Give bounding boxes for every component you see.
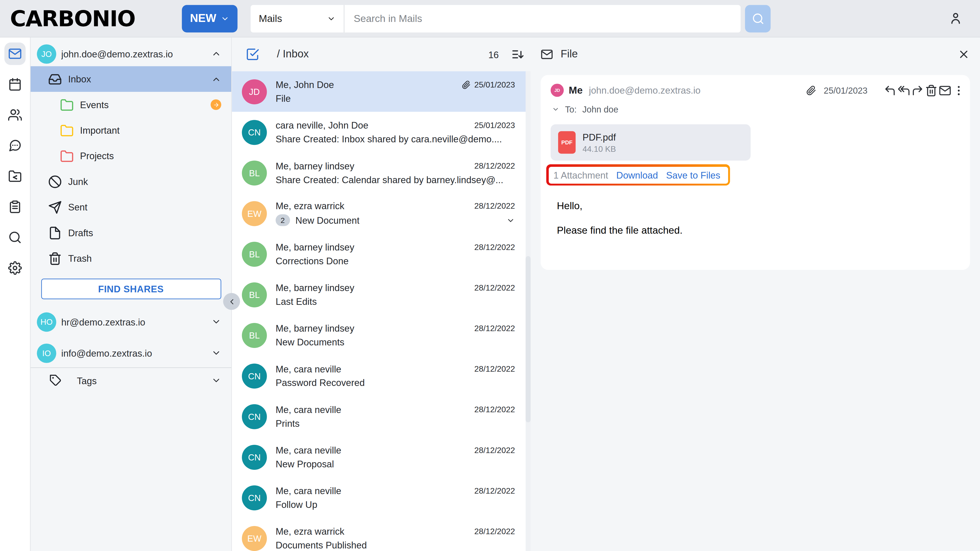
file-icon <box>48 226 62 240</box>
mail-subject: Prints <box>275 418 300 429</box>
main-area: JOjohn.doe@demo.zextras.io InboxEventsIm… <box>0 38 980 551</box>
folder-item-projects[interactable]: Projects <box>30 143 231 168</box>
slash-icon <box>48 175 62 188</box>
save-to-files-link[interactable]: Save to Files <box>666 168 720 182</box>
top-bar: CARBONIO NEW Mails <box>0 0 980 38</box>
search-button[interactable] <box>745 5 770 32</box>
mail-list-row[interactable]: CNMe, cara neville28/12/2022Follow Up <box>232 477 531 518</box>
folder-label: Important <box>80 125 119 136</box>
sort-order-button[interactable] <box>511 48 525 61</box>
mark-unread-icon[interactable] <box>939 84 951 97</box>
folder-item-sent[interactable]: Sent <box>30 194 231 220</box>
folder-item-important[interactable]: Important <box>30 118 231 143</box>
rail-item-files[interactable] <box>4 165 25 187</box>
mail-list-row[interactable]: CNMe, cara neville28/12/2022Password Rec… <box>232 355 531 396</box>
tag-icon <box>49 374 62 387</box>
avatar: EW <box>242 201 267 226</box>
chevron-down-icon <box>327 14 336 23</box>
more-options-icon[interactable] <box>953 84 965 97</box>
mail-list-row[interactable]: BLMe, barney lindsey28/12/2022Last Edits <box>232 274 531 315</box>
rail-item-settings[interactable] <box>4 257 25 279</box>
mail-list-row[interactable]: CNMe, cara neville28/12/2022New Proposal <box>232 437 531 477</box>
app-rail <box>0 38 30 551</box>
mail-subject-text: Share Created: Calendar shared by barney… <box>275 174 503 185</box>
mail-row-content: Me, ezra warrick28/12/2022Documents Publ… <box>275 526 515 551</box>
search-input[interactable] <box>344 5 741 32</box>
account-row[interactable]: IOinfo@demo.zextras.io <box>30 341 231 365</box>
select-all-checkbox[interactable] <box>245 48 259 61</box>
download-link[interactable]: Download <box>616 168 658 182</box>
mail-list-row[interactable]: EWMe, ezra warrick28/12/20222New Documen… <box>232 193 531 233</box>
mail-list-row[interactable]: BLMe, barney lindsey28/12/2022Share Crea… <box>232 152 531 193</box>
shared-folder-badge <box>210 99 221 110</box>
tags-section[interactable]: Tags <box>30 368 231 393</box>
mail-subject: 2New Document <box>275 214 360 226</box>
delete-icon[interactable] <box>925 84 937 97</box>
message-header: JD Me john.doe@demo.zextras.io 25/01/202… <box>551 84 965 97</box>
mail-sender: Me, cara neville <box>275 364 341 374</box>
mail-subject: Corrections Done <box>275 256 348 266</box>
forward-icon[interactable] <box>912 84 924 97</box>
mail-date: 28/12/2022 <box>474 364 515 374</box>
arrow-right-icon <box>213 102 219 108</box>
reply-all-icon[interactable] <box>897 84 910 97</box>
mail-list-row[interactable]: JDMe, John Doe25/01/2023File <box>232 71 531 112</box>
list-scrollbar[interactable] <box>526 71 531 551</box>
mail-row-content: Me, barney lindsey28/12/2022Last Edits <box>275 283 515 307</box>
folder-icon <box>60 124 74 137</box>
attachment-card[interactable]: PDF PDF.pdf 44.10 KB <box>551 124 751 160</box>
expand-conversation-icon[interactable] <box>506 216 515 224</box>
mail-date: 28/12/2022 <box>474 445 515 455</box>
mail-row-content: Me, cara neville28/12/2022Follow Up <box>275 486 515 510</box>
mail-list-row[interactable]: CNMe, cara neville28/12/2022Prints <box>232 396 531 437</box>
sidebar-collapse-button[interactable] <box>223 293 240 310</box>
folder-item-drafts[interactable]: Drafts <box>30 220 231 245</box>
rail-item-calendars[interactable] <box>4 73 25 96</box>
attachment-filename: PDF.pdf <box>582 132 616 142</box>
chevron-left-icon <box>227 297 236 306</box>
folder-label: Drafts <box>68 227 93 238</box>
chevron-up-icon <box>211 49 221 59</box>
folder-item-inbox[interactable]: Inbox <box>30 66 231 92</box>
folder-list: InboxEventsImportantProjectsJunkSentDraf… <box>30 66 231 271</box>
mail-list-row[interactable]: BLMe, barney lindsey28/12/2022New Docume… <box>232 315 531 355</box>
mail-sender: Me, John Doe <box>275 79 334 90</box>
mail-subject: Documents Published <box>275 540 367 551</box>
chevron-down-icon <box>221 14 229 23</box>
folder-label: Sent <box>68 202 88 213</box>
rail-item-chats[interactable] <box>4 135 25 157</box>
new-button[interactable]: NEW <box>182 5 238 32</box>
mail-row-content: Me, cara neville28/12/2022Prints <box>275 404 515 429</box>
rail-item-search[interactable] <box>4 226 25 249</box>
mail-list-row[interactable]: CNcara neville, John Doe25/01/2023Share … <box>232 112 531 152</box>
account-email: hr@demo.zextras.io <box>61 316 206 327</box>
mail-subject-text: New Document <box>296 215 360 225</box>
close-icon[interactable] <box>958 48 970 61</box>
mail-list-row[interactable]: BLMe, barney lindsey28/12/2022Correction… <box>232 233 531 274</box>
files-icon <box>8 169 22 183</box>
reply-icon[interactable] <box>884 84 896 97</box>
rail-item-tasks[interactable] <box>4 196 25 218</box>
mail-subject: Password Recovered <box>275 377 365 388</box>
mail-date: 28/12/2022 <box>474 161 515 171</box>
user-account-button[interactable] <box>949 11 964 26</box>
search-scope-select[interactable]: Mails <box>251 5 344 32</box>
folder-item-trash[interactable]: Trash <box>30 245 231 271</box>
trash-icon <box>48 251 62 265</box>
list-scrollbar-thumb[interactable] <box>526 256 531 422</box>
rail-item-mails[interactable] <box>4 43 25 65</box>
find-shares-button[interactable]: FIND SHARES <box>41 279 221 299</box>
recipient-row[interactable]: To: John doe <box>551 104 965 114</box>
mail-list-row[interactable]: EWMe, ezra warrick28/12/2022Documents Pu… <box>232 518 531 551</box>
tasks-icon <box>8 200 22 214</box>
rail-item-contacts[interactable] <box>4 104 25 126</box>
mail-subject-text: Documents Published <box>275 540 367 551</box>
account-row[interactable]: HOhr@demo.zextras.io <box>30 309 231 334</box>
avatar: IO <box>37 343 56 363</box>
folder-item-events[interactable]: Events <box>30 92 231 118</box>
folder-item-junk[interactable]: Junk <box>30 168 231 194</box>
account-row[interactable]: JOjohn.doe@demo.zextras.io <box>30 41 231 66</box>
mail-count: 16 <box>488 49 499 60</box>
avatar: HO <box>37 312 56 331</box>
chevron-down-icon <box>211 375 221 386</box>
